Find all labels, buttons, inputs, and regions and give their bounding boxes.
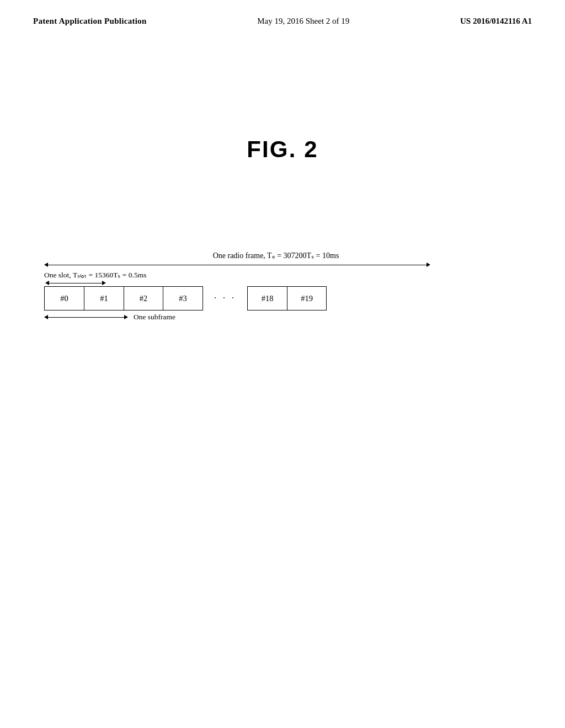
slot-info-row: One slot, Tₛₗₒₜ = 15360Tₛ = 0.5ms xyxy=(44,270,508,280)
radio-frame-label: One radio frame, Tₑ = 307200Tₛ = 10ms xyxy=(44,251,508,260)
radio-frame-line xyxy=(48,265,427,265)
header-publication: Patent Application Publication xyxy=(33,17,147,26)
page-header: Patent Application Publication May 19, 2… xyxy=(0,0,565,26)
header-patent-number: US 2016/0142116 A1 xyxy=(460,17,532,26)
slots-dots: · · · xyxy=(203,286,247,311)
slot-arrow-left xyxy=(45,281,49,285)
subframe-label: One subframe xyxy=(134,313,175,322)
slot-arrow-right xyxy=(102,281,106,285)
slot-1: #1 xyxy=(84,286,124,311)
slot-3: #3 xyxy=(163,286,203,311)
subframe-line xyxy=(48,317,124,318)
slot-arrow-line xyxy=(49,283,102,283)
header-date-sheet: May 19, 2016 Sheet 2 of 19 xyxy=(257,17,349,26)
subframe-arrow-left xyxy=(44,315,48,319)
slots-container: #0 #1 #2 #3 · · · #18 #19 xyxy=(44,286,508,311)
slot-2: #2 xyxy=(124,286,163,311)
radio-frame-arrow xyxy=(44,263,430,267)
radio-frame-arrow-right xyxy=(427,263,430,267)
figure-title: FIG. 2 xyxy=(0,136,565,163)
slot-0: #0 xyxy=(44,286,84,311)
slot-arrow-row xyxy=(45,281,508,285)
slot-label: One slot, Tₛₗₒₜ = 15360Tₛ = 0.5ms xyxy=(44,270,146,280)
diagram-container: One radio frame, Tₑ = 307200Tₛ = 10ms On… xyxy=(44,251,508,322)
subframe-row: One subframe xyxy=(44,313,508,322)
slot-19: #19 xyxy=(287,286,327,311)
radio-frame-arrow-left xyxy=(44,263,48,267)
slot-18: #18 xyxy=(247,286,287,311)
subframe-arrow-right xyxy=(124,315,128,319)
